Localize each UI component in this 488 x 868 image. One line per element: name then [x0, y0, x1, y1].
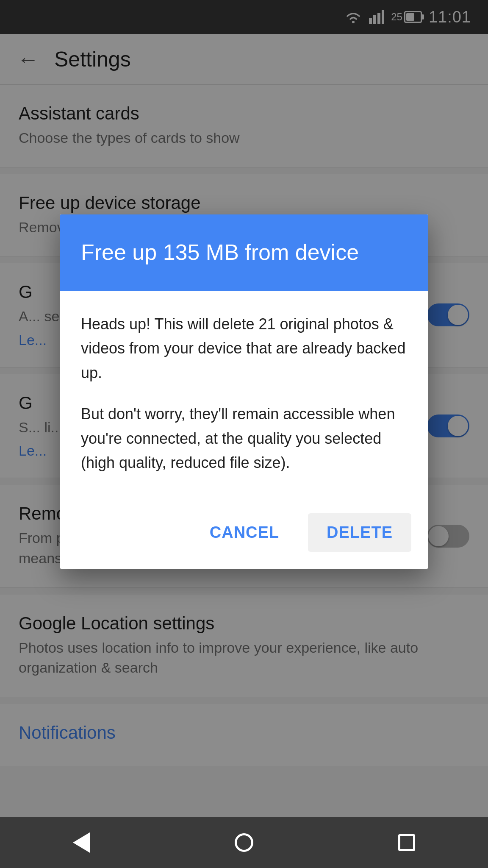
dialog-body-text-1: Heads up! This will delete 21 original p… [81, 312, 407, 385]
dialog-title: Free up 135 MB from device [81, 238, 407, 267]
dialog-body: Heads up! This will delete 21 original p… [60, 291, 428, 505]
recents-nav-icon [398, 834, 415, 851]
delete-button[interactable]: DELETE [308, 513, 411, 552]
nav-back-button[interactable] [56, 817, 107, 868]
home-nav-icon [235, 833, 253, 852]
back-nav-icon [73, 832, 90, 853]
dialog-body-text-2: But don't worry, they'll remain accessib… [81, 402, 407, 475]
dialog-actions: CANCEL DELETE [60, 505, 428, 569]
cancel-button[interactable]: CANCEL [191, 513, 298, 552]
nav-recents-button[interactable] [381, 817, 432, 868]
nav-home-button[interactable] [219, 817, 269, 868]
dialog: Free up 135 MB from device Heads up! Thi… [60, 214, 428, 569]
nav-bar [0, 817, 488, 868]
dialog-header: Free up 135 MB from device [60, 214, 428, 291]
dialog-overlay: Free up 135 MB from device Heads up! Thi… [0, 0, 488, 868]
